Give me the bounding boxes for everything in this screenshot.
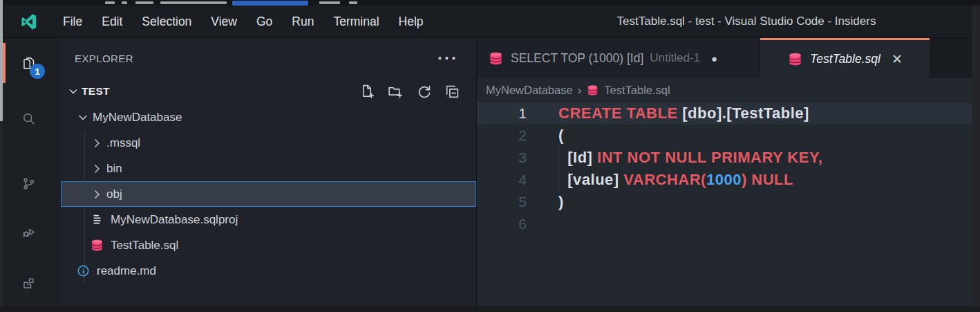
tab-bar-filler	[930, 38, 972, 78]
code-token: )	[558, 193, 564, 210]
code-text: [Id] INT NOT NULL PRIMARY KEY,	[558, 147, 822, 169]
breadcrumb-label: MyNewDatabase	[486, 84, 573, 97]
action-new-folder[interactable]	[387, 83, 404, 100]
tree-item-mynewdatabase[interactable]: MyNewDatabase	[61, 104, 476, 130]
chevron-down-icon	[76, 111, 90, 125]
code-token: (	[558, 127, 564, 144]
source-control-icon	[21, 176, 36, 191]
code-token: [Id]	[558, 149, 597, 166]
chevron-down-icon	[66, 84, 80, 98]
activity-item-run-debug[interactable]	[3, 215, 61, 248]
menu-item-help[interactable]: Help	[389, 10, 433, 33]
breadcrumb-item-testtable-sql[interactable]: TestTable.sql	[586, 84, 670, 97]
editor-indent-guide	[558, 147, 559, 191]
database-icon	[488, 51, 504, 66]
database-icon	[787, 51, 803, 67]
menu-item-terminal[interactable]: Terminal	[323, 10, 388, 33]
vscode-insiders-logo-icon	[19, 12, 38, 31]
line-number: 2	[477, 125, 536, 147]
explorer-sidebar: EXPLORER ··· TEST MyNewDatabase.mssqlbin…	[61, 38, 477, 306]
tree-item-obj[interactable]: obj	[61, 181, 476, 207]
chevron-right-icon	[90, 162, 104, 176]
tree-item-readme-md[interactable]: readme.md	[61, 258, 476, 284]
action-refresh[interactable]	[415, 83, 433, 100]
editor-tab-select-top-1000-id-[interactable]: SELECT TOP (1000) [Id]Untitled-1●	[477, 38, 760, 78]
code-token: NULL	[747, 171, 793, 188]
tree-item--mssql[interactable]: .mssql	[61, 130, 476, 156]
database-icon	[586, 84, 599, 97]
activity-item-extensions[interactable]	[3, 266, 61, 300]
code-line-6[interactable]: 6	[477, 213, 972, 235]
tree-item-label: bin	[106, 162, 122, 176]
action-collapse-all[interactable]	[444, 83, 461, 100]
background-fragment	[160, 1, 227, 4]
screenshot-canvas: FileEditSelectionViewGoRunTerminalHelp T…	[0, 0, 980, 312]
breadcrumb-item-mynewdatabase[interactable]: MyNewDatabase	[486, 84, 573, 97]
menu-item-go[interactable]: Go	[247, 10, 282, 33]
code-line-4[interactable]: 4 [value] VARCHAR(1000) NULL	[477, 169, 972, 191]
menu-item-selection[interactable]: Selection	[132, 10, 201, 33]
new-file-icon	[359, 91, 376, 102]
tree-item-label: TestTable.sql	[111, 239, 178, 253]
menu-item-edit[interactable]: Edit	[92, 10, 132, 33]
tree-item-bin[interactable]: bin	[61, 156, 476, 181]
background-fragment-blue	[232, 1, 308, 6]
line-number: 1	[477, 102, 536, 125]
code-line-1[interactable]: 1CREATE TABLE [dbo].[TestTable]	[477, 102, 972, 125]
breadcrumb-label: TestTable.sql	[604, 84, 670, 97]
action-new-file[interactable]	[359, 83, 376, 100]
line-number: 4	[477, 169, 536, 191]
more-actions-icon[interactable]: ···	[437, 55, 458, 62]
tab-title: SELECT TOP (1000) [Id]	[511, 51, 643, 66]
tree-item-label: .mssql	[106, 136, 140, 150]
close-icon[interactable]: ✕	[892, 51, 903, 67]
activity-bar: 1	[3, 38, 61, 306]
code-token: [value]	[558, 171, 623, 188]
tab-title: TestTable.sql	[810, 52, 880, 66]
breadcrumb: MyNewDatabase›TestTable.sql	[477, 78, 972, 102]
code-token: CREATE TABLE	[558, 104, 678, 122]
file-tree: MyNewDatabase.mssqlbinobjMyNewDatabase.s…	[61, 104, 476, 284]
code-token: INT NOT NULL PRIMARY KEY,	[597, 149, 822, 166]
activity-item-explorer[interactable]: 1	[3, 46, 61, 80]
title-bar: FileEditSelectionViewGoRunTerminalHelp T…	[3, 6, 972, 38]
line-number: 3	[477, 147, 536, 169]
chevron-right-icon	[90, 136, 104, 150]
code-text: )	[558, 191, 564, 213]
activity-item-search[interactable]	[3, 102, 61, 135]
run-debug-icon	[21, 225, 36, 239]
activity-item-source-control[interactable]	[3, 167, 61, 200]
background-fragment	[135, 1, 153, 4]
background-fragment	[319, 1, 340, 4]
editor-tab-testtable-sql[interactable]: TestTable.sql✕	[760, 38, 930, 78]
tree-item-mynewdatabase-sqlproj[interactable]: MyNewDatabase.sqlproj	[61, 207, 476, 232]
line-number: 6	[477, 213, 536, 235]
code-token: 1000	[706, 171, 742, 188]
tree-item-testtable-sql[interactable]: TestTable.sql	[61, 232, 476, 258]
sidebar-header: EXPLORER ···	[61, 38, 476, 78]
code-editor[interactable]: 1CREATE TABLE [dbo].[TestTable]2(3 [Id] …	[477, 102, 972, 306]
editor-area: SELECT TOP (1000) [Id]Untitled-1●TestTab…	[477, 38, 972, 306]
section-actions	[359, 83, 461, 100]
menu-item-run[interactable]: Run	[282, 10, 323, 33]
code-line-5[interactable]: 5)	[477, 191, 972, 213]
collapse-all-icon	[444, 91, 461, 102]
code-text: CREATE TABLE [dbo].[TestTable]	[558, 102, 809, 125]
menu-item-file[interactable]: File	[53, 10, 92, 33]
menu-item-view[interactable]: View	[201, 10, 247, 33]
background-window-sliver	[0, 0, 980, 6]
code-text: [value] VARCHAR(1000) NULL	[558, 169, 793, 191]
background-fragment	[122, 1, 127, 4]
refresh-icon	[415, 91, 433, 102]
line-number: 5	[477, 191, 536, 213]
workspace-section-header[interactable]: TEST	[61, 78, 476, 104]
tree-item-label: readme.md	[97, 264, 156, 278]
code-token: [dbo].[TestTable]	[678, 104, 809, 122]
code-line-3[interactable]: 3 [Id] INT NOT NULL PRIMARY KEY,	[477, 147, 972, 169]
editor-tab-bar: SELECT TOP (1000) [Id]Untitled-1●TestTab…	[477, 38, 972, 78]
code-token: VARCHAR(	[623, 171, 706, 188]
tab-description: Untitled-1	[650, 51, 700, 65]
background-fragment	[105, 1, 115, 4]
menu-bar: FileEditSelectionViewGoRunTerminalHelp	[53, 10, 433, 33]
code-line-2[interactable]: 2(	[477, 125, 972, 147]
